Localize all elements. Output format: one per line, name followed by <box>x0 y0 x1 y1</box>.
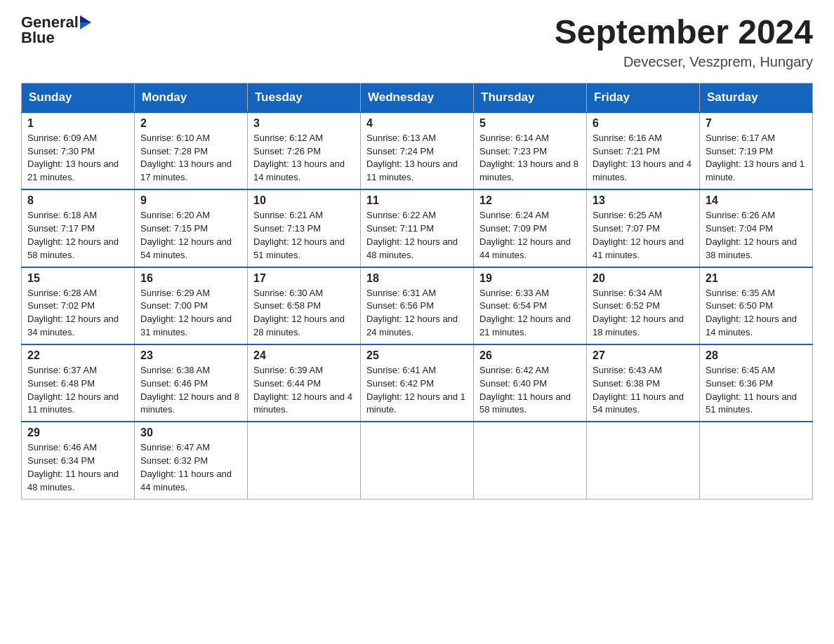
cell-content: Sunrise: 6:46 AMSunset: 6:34 PMDaylight:… <box>27 441 128 494</box>
logo-arrow-icon <box>80 15 91 29</box>
cell-content: Sunrise: 6:21 AMSunset: 7:13 PMDaylight:… <box>253 209 355 262</box>
day-number: 4 <box>366 117 468 130</box>
calendar-cell: 5Sunrise: 6:14 AMSunset: 7:23 PMDaylight… <box>474 112 587 189</box>
calendar-cell: 17Sunrise: 6:30 AMSunset: 6:58 PMDayligh… <box>248 267 361 344</box>
cell-content: Sunrise: 6:10 AMSunset: 7:28 PMDaylight:… <box>140 132 241 185</box>
cell-content: Sunrise: 6:29 AMSunset: 7:00 PMDaylight:… <box>140 287 241 340</box>
calendar-cell <box>361 422 474 499</box>
day-number: 12 <box>479 194 581 207</box>
day-number: 11 <box>366 194 468 207</box>
day-number: 10 <box>253 194 355 207</box>
calendar-cell: 18Sunrise: 6:31 AMSunset: 6:56 PMDayligh… <box>361 267 474 344</box>
col-wednesday: Wednesday <box>361 83 474 112</box>
day-number: 7 <box>706 117 807 130</box>
col-sunday: Sunday <box>22 83 135 112</box>
day-number: 14 <box>706 194 807 207</box>
cell-content: Sunrise: 6:31 AMSunset: 6:56 PMDaylight:… <box>366 287 468 340</box>
calendar-cell: 22Sunrise: 6:37 AMSunset: 6:48 PMDayligh… <box>22 344 135 422</box>
cell-content: Sunrise: 6:34 AMSunset: 6:52 PMDaylight:… <box>593 287 694 340</box>
cell-content: Sunrise: 6:16 AMSunset: 7:21 PMDaylight:… <box>593 132 694 185</box>
cell-content: Sunrise: 6:47 AMSunset: 6:32 PMDaylight:… <box>140 441 241 494</box>
page-wrapper: General Blue September 2024 Devecser, Ve… <box>21 14 813 499</box>
day-number: 20 <box>593 272 694 285</box>
day-number: 1 <box>27 117 128 130</box>
logo: General Blue <box>21 14 91 46</box>
cell-content: Sunrise: 6:39 AMSunset: 6:44 PMDaylight:… <box>253 364 355 417</box>
calendar-cell <box>587 422 700 499</box>
month-title: September 2024 <box>555 14 813 51</box>
calendar-cell: 16Sunrise: 6:29 AMSunset: 7:00 PMDayligh… <box>135 267 248 344</box>
calendar-cell: 10Sunrise: 6:21 AMSunset: 7:13 PMDayligh… <box>248 189 361 267</box>
cell-content: Sunrise: 6:38 AMSunset: 6:46 PMDaylight:… <box>140 364 241 417</box>
day-number: 3 <box>253 117 355 130</box>
calendar-cell: 25Sunrise: 6:41 AMSunset: 6:42 PMDayligh… <box>361 344 474 422</box>
calendar-cell: 6Sunrise: 6:16 AMSunset: 7:21 PMDaylight… <box>587 112 700 189</box>
col-saturday: Saturday <box>700 83 813 112</box>
day-number: 13 <box>593 194 694 207</box>
calendar-cell: 2Sunrise: 6:10 AMSunset: 7:28 PMDaylight… <box>135 112 248 189</box>
cell-content: Sunrise: 6:25 AMSunset: 7:07 PMDaylight:… <box>593 209 694 262</box>
cell-content: Sunrise: 6:45 AMSunset: 6:36 PMDaylight:… <box>706 364 807 417</box>
cell-content: Sunrise: 6:42 AMSunset: 6:40 PMDaylight:… <box>479 364 581 417</box>
calendar-table: Sunday Monday Tuesday Wednesday Thursday… <box>21 83 813 499</box>
day-number: 19 <box>479 272 581 285</box>
day-number: 26 <box>479 349 581 362</box>
calendar-cell: 28Sunrise: 6:45 AMSunset: 6:36 PMDayligh… <box>700 344 813 422</box>
calendar-cell: 30Sunrise: 6:47 AMSunset: 6:32 PMDayligh… <box>135 422 248 499</box>
logo-text: General Blue <box>21 14 91 46</box>
col-thursday: Thursday <box>474 83 587 112</box>
calendar-cell: 8Sunrise: 6:18 AMSunset: 7:17 PMDaylight… <box>22 189 135 267</box>
calendar-cell: 12Sunrise: 6:24 AMSunset: 7:09 PMDayligh… <box>474 189 587 267</box>
calendar-cell: 26Sunrise: 6:42 AMSunset: 6:40 PMDayligh… <box>474 344 587 422</box>
calendar-cell: 21Sunrise: 6:35 AMSunset: 6:50 PMDayligh… <box>700 267 813 344</box>
calendar-cell: 4Sunrise: 6:13 AMSunset: 7:24 PMDaylight… <box>361 112 474 189</box>
cell-content: Sunrise: 6:24 AMSunset: 7:09 PMDaylight:… <box>479 209 581 262</box>
day-number: 9 <box>140 194 241 207</box>
col-monday: Monday <box>135 83 248 112</box>
col-friday: Friday <box>587 83 700 112</box>
calendar-cell: 14Sunrise: 6:26 AMSunset: 7:04 PMDayligh… <box>700 189 813 267</box>
calendar-cell: 3Sunrise: 6:12 AMSunset: 7:26 PMDaylight… <box>248 112 361 189</box>
cell-content: Sunrise: 6:33 AMSunset: 6:54 PMDaylight:… <box>479 287 581 340</box>
calendar-week-row: 8Sunrise: 6:18 AMSunset: 7:17 PMDaylight… <box>22 189 813 267</box>
day-number: 29 <box>27 427 128 439</box>
day-number: 24 <box>253 349 355 362</box>
cell-content: Sunrise: 6:26 AMSunset: 7:04 PMDaylight:… <box>706 209 807 262</box>
calendar-cell: 29Sunrise: 6:46 AMSunset: 6:34 PMDayligh… <box>22 422 135 499</box>
day-number: 6 <box>593 117 694 130</box>
calendar-cell: 15Sunrise: 6:28 AMSunset: 7:02 PMDayligh… <box>22 267 135 344</box>
cell-content: Sunrise: 6:41 AMSunset: 6:42 PMDaylight:… <box>366 364 468 417</box>
calendar-cell <box>474 422 587 499</box>
calendar-cell: 19Sunrise: 6:33 AMSunset: 6:54 PMDayligh… <box>474 267 587 344</box>
cell-content: Sunrise: 6:20 AMSunset: 7:15 PMDaylight:… <box>140 209 241 262</box>
calendar-cell: 13Sunrise: 6:25 AMSunset: 7:07 PMDayligh… <box>587 189 700 267</box>
calendar-cell: 9Sunrise: 6:20 AMSunset: 7:15 PMDaylight… <box>135 189 248 267</box>
cell-content: Sunrise: 6:37 AMSunset: 6:48 PMDaylight:… <box>27 364 128 417</box>
calendar-week-row: 22Sunrise: 6:37 AMSunset: 6:48 PMDayligh… <box>22 344 813 422</box>
day-number: 2 <box>140 117 241 130</box>
calendar-cell: 20Sunrise: 6:34 AMSunset: 6:52 PMDayligh… <box>587 267 700 344</box>
cell-content: Sunrise: 6:13 AMSunset: 7:24 PMDaylight:… <box>366 132 468 185</box>
calendar-week-row: 15Sunrise: 6:28 AMSunset: 7:02 PMDayligh… <box>22 267 813 344</box>
cell-content: Sunrise: 6:18 AMSunset: 7:17 PMDaylight:… <box>27 209 128 262</box>
cell-content: Sunrise: 6:28 AMSunset: 7:02 PMDaylight:… <box>27 287 128 340</box>
cell-content: Sunrise: 6:17 AMSunset: 7:19 PMDaylight:… <box>706 132 807 185</box>
calendar-week-row: 29Sunrise: 6:46 AMSunset: 6:34 PMDayligh… <box>22 422 813 499</box>
day-number: 28 <box>706 349 807 362</box>
calendar-header-row: Sunday Monday Tuesday Wednesday Thursday… <box>22 83 813 112</box>
calendar-cell: 7Sunrise: 6:17 AMSunset: 7:19 PMDaylight… <box>700 112 813 189</box>
cell-content: Sunrise: 6:22 AMSunset: 7:11 PMDaylight:… <box>366 209 468 262</box>
calendar-cell: 1Sunrise: 6:09 AMSunset: 7:30 PMDaylight… <box>22 112 135 189</box>
calendar-cell <box>700 422 813 499</box>
page-header: General Blue September 2024 Devecser, Ve… <box>21 14 813 70</box>
day-number: 8 <box>27 194 128 207</box>
calendar-cell <box>248 422 361 499</box>
cell-content: Sunrise: 6:14 AMSunset: 7:23 PMDaylight:… <box>479 132 581 185</box>
calendar-cell: 24Sunrise: 6:39 AMSunset: 6:44 PMDayligh… <box>248 344 361 422</box>
calendar-cell: 23Sunrise: 6:38 AMSunset: 6:46 PMDayligh… <box>135 344 248 422</box>
calendar-cell: 11Sunrise: 6:22 AMSunset: 7:11 PMDayligh… <box>361 189 474 267</box>
day-number: 18 <box>366 272 468 285</box>
col-tuesday: Tuesday <box>248 83 361 112</box>
calendar-week-row: 1Sunrise: 6:09 AMSunset: 7:30 PMDaylight… <box>22 112 813 189</box>
day-number: 22 <box>27 349 128 362</box>
